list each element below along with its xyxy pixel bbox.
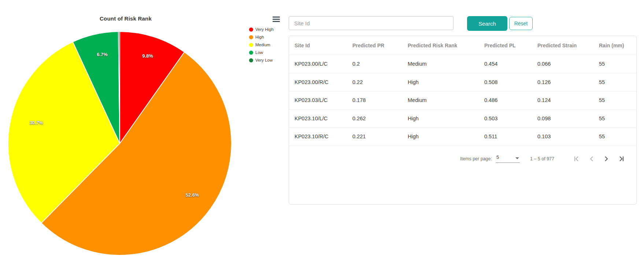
table-cell: High xyxy=(408,79,484,85)
pie-percentage-label: 52.6% xyxy=(186,192,199,198)
legend-item-very-low: Very Low xyxy=(249,58,274,62)
table-row: KP023.00/L/C0.2Medium0.4540.06655 xyxy=(289,55,636,73)
table-cell: KP023.10/L/C xyxy=(295,116,352,121)
column-header: Predicted Risk Rank xyxy=(408,43,484,48)
column-header: Site Id xyxy=(295,43,352,48)
table-cell: Medium xyxy=(408,97,484,103)
table-cell: 0.2 xyxy=(352,61,408,67)
pie-percentage-label: 6.7% xyxy=(97,52,108,57)
legend-item-high: High xyxy=(249,35,274,39)
pie-percentage-label: 30.7% xyxy=(30,120,43,125)
page-range-label: 1 – 5 of 977 xyxy=(530,156,554,161)
results-table-card: Site IdPredicted PRPredicted Risk RankPr… xyxy=(289,36,637,205)
legend-item-very-high: Very High xyxy=(249,27,274,32)
chevron-down-icon xyxy=(515,157,519,159)
table-cell: 55 xyxy=(599,79,636,85)
table-cell: 0.098 xyxy=(537,116,599,121)
table-row: KP023.10/R/C0.221High0.5110.10355 xyxy=(289,127,636,146)
table-cell: KP023.00/L/C xyxy=(295,61,352,67)
legend-label: Medium xyxy=(255,43,270,47)
legend-color-dot-icon xyxy=(249,51,253,55)
table-cell: 55 xyxy=(599,116,636,121)
column-header: Predicted PL xyxy=(484,43,537,48)
table-cell: 0.454 xyxy=(484,61,537,67)
legend-color-dot-icon xyxy=(249,43,253,47)
table-cell: 0.486 xyxy=(484,97,537,103)
table-cell: 55 xyxy=(599,134,636,139)
legend-label: Low xyxy=(255,50,263,55)
chart-menu-hamburger-icon[interactable] xyxy=(273,17,280,22)
legend-item-low: Low xyxy=(249,50,274,55)
risk-rank-pie-chart xyxy=(7,31,232,256)
table-cell: 0.066 xyxy=(537,61,599,67)
chevron-right-icon xyxy=(602,155,610,163)
table-cell: 0.503 xyxy=(484,116,537,121)
search-button[interactable]: Search xyxy=(467,16,507,31)
table-cell: 55 xyxy=(599,97,636,103)
chart-title: Count of Risk Rank xyxy=(71,15,181,22)
dashboard: Count of Risk Rank Very HighHighMediumLo… xyxy=(0,0,644,263)
table-cell: Medium xyxy=(408,61,484,67)
table-cell: KP023.10/R/C xyxy=(295,134,352,139)
table-row: KP023.10/L/C0.262High0.5030.09855 xyxy=(289,109,636,128)
table-row: KP023.03/L/C0.178Medium0.4860.12455 xyxy=(289,91,636,109)
column-header: Predicted PR xyxy=(352,43,408,48)
legend-item-medium: Medium xyxy=(249,43,274,47)
first-page-button[interactable] xyxy=(572,154,582,164)
table-cell: 0.126 xyxy=(537,79,599,85)
pie-percentage-label: 9.8% xyxy=(142,53,153,59)
table-cell: KP023.00/R/C xyxy=(295,79,352,85)
items-per-page-select[interactable]: 5 xyxy=(496,154,520,163)
legend-label: High xyxy=(255,35,264,39)
legend-label: Very Low xyxy=(255,58,273,62)
last-page-button[interactable] xyxy=(616,154,626,164)
table-cell: KP023.03/L/C xyxy=(295,97,352,103)
table-cell: 0.103 xyxy=(537,134,599,139)
legend-label: Very High xyxy=(255,27,274,32)
column-header: Predicted Strain xyxy=(537,43,599,48)
search-input[interactable] xyxy=(289,16,454,30)
table-cell: 0.262 xyxy=(352,116,408,121)
items-per-page-label: Items per page: xyxy=(460,156,492,161)
table-cell: High xyxy=(408,116,484,121)
column-header: Rain (mm) xyxy=(599,43,636,48)
table-cell: 0.508 xyxy=(484,79,537,85)
legend-color-dot-icon xyxy=(249,28,253,32)
table-cell: 0.124 xyxy=(537,97,599,103)
chevron-left-icon xyxy=(588,155,596,163)
chart-legend: Very HighHighMediumLowVery Low xyxy=(249,27,274,62)
table-cell: High xyxy=(408,134,484,139)
table-cell: 0.221 xyxy=(352,134,408,139)
table-cell: 0.511 xyxy=(484,134,537,139)
reset-button[interactable]: Reset xyxy=(509,17,533,30)
table-row: KP023.00/R/C0.22High0.5080.12655 xyxy=(289,73,636,91)
first-page-icon xyxy=(573,155,581,163)
table-header-row: Site IdPredicted PRPredicted Risk RankPr… xyxy=(289,36,636,55)
legend-color-dot-icon xyxy=(249,58,253,62)
table-cell: 55 xyxy=(599,61,636,67)
table-body: KP023.00/L/C0.2Medium0.4540.06655KP023.0… xyxy=(289,55,636,146)
items-per-page-value: 5 xyxy=(496,154,499,160)
last-page-icon xyxy=(617,155,625,163)
next-page-button[interactable] xyxy=(601,154,611,164)
table-cell: 0.22 xyxy=(352,79,408,85)
previous-page-button[interactable] xyxy=(586,154,597,164)
table-cell: 0.178 xyxy=(352,97,408,103)
paginator: Items per page: 5 1 – 5 of 977 xyxy=(289,146,636,172)
legend-color-dot-icon xyxy=(249,35,253,39)
